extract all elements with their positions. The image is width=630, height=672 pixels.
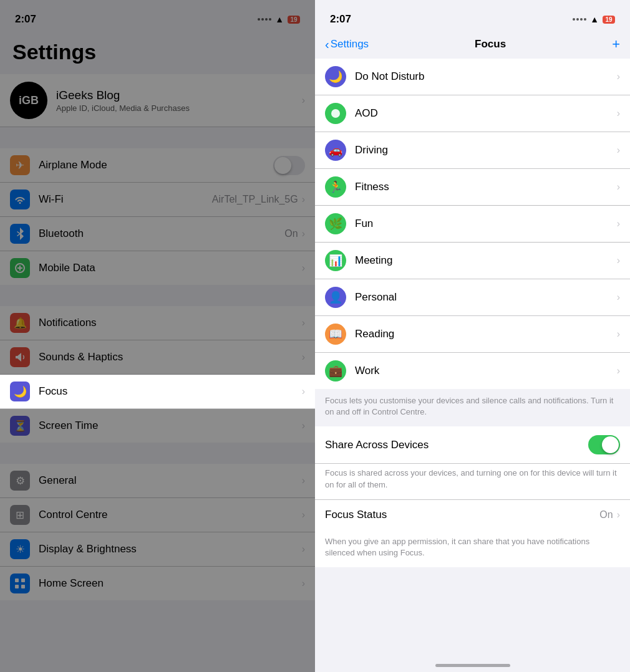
chevron-icon: ›	[302, 95, 305, 106]
settings-row-homescreen[interactable]: Home Screen ›	[0, 567, 315, 600]
settings-row-general[interactable]: ⚙ General ›	[0, 464, 315, 498]
focus-icon: 🌙	[10, 382, 30, 401]
screentime-label: Screen Time	[39, 420, 302, 432]
sounds-icon	[10, 347, 30, 367]
chevron-icon: ›	[302, 544, 305, 555]
chevron-icon: ›	[617, 329, 620, 340]
focus-status-description: When you give an app permission, it can …	[315, 530, 630, 567]
settings-row-bluetooth[interactable]: Bluetooth On ›	[0, 217, 315, 251]
meeting-label: Meeting	[355, 254, 617, 267]
avatar: iGB	[10, 82, 47, 119]
settings-row-control-centre[interactable]: ⊞ Control Centre ›	[0, 498, 315, 532]
svg-rect-3	[15, 585, 19, 588]
wifi-value: AirTel_TP_Link_5G	[212, 194, 298, 205]
chevron-icon: ›	[617, 292, 620, 303]
airplane-icon: ✈	[10, 155, 30, 175]
wifi-icon: ▲	[275, 14, 284, 24]
driving-icon: 🚗	[325, 140, 346, 161]
chevron-icon: ›	[302, 352, 305, 363]
chevron-icon: ›	[617, 181, 620, 193]
focus-row-meeting[interactable]: 📊 Meeting ›	[315, 242, 630, 279]
bluetooth-label: Bluetooth	[39, 228, 284, 240]
chevron-icon: ›	[302, 509, 305, 521]
aod-label: AOD	[355, 107, 617, 120]
settings-row-screentime[interactable]: ⏳ Screen Time ›	[0, 409, 315, 443]
chevron-icon: ›	[617, 71, 620, 82]
profile-info: iGeeks Blog Apple ID, iCloud, Media & Pu…	[56, 89, 302, 113]
airplane-label: Airplane Mode	[39, 159, 273, 171]
driving-label: Driving	[355, 144, 617, 156]
work-icon: 💼	[325, 360, 346, 382]
focus-row-fun[interactable]: 🌿 Fun ›	[315, 206, 630, 242]
left-status-bar: 2:07 ▲ 19	[0, 0, 315, 32]
chevron-icon: ›	[617, 509, 620, 521]
focus-row-do-not-disturb[interactable]: 🌙 Do Not Disturb ›	[315, 59, 630, 95]
profile-row[interactable]: iGB iGeeks Blog Apple ID, iCloud, Media …	[0, 74, 315, 127]
focus-status-value: On	[599, 509, 613, 521]
focus-status-label: Focus Status	[325, 509, 599, 521]
focus-row-reading[interactable]: 📖 Reading ›	[315, 316, 630, 353]
wifi-icon: ▲	[590, 14, 599, 24]
left-settings-screen: 2:07 ▲ 19 Settings iGB iGeeks Blog Apple…	[0, 0, 315, 672]
settings-row-wifi[interactable]: Wi-Fi AirTel_TP_Link_5G ›	[0, 183, 315, 217]
do-not-disturb-icon: 🌙	[325, 66, 346, 87]
focus-row-fitness[interactable]: 🏃 Fitness ›	[315, 169, 630, 206]
left-panel: 2:07 ▲ 19 Settings iGB iGeeks Blog Apple…	[0, 0, 315, 672]
chevron-icon: ›	[617, 145, 620, 156]
bluetooth-icon	[10, 224, 30, 244]
chevron-icon: ›	[302, 228, 305, 239]
back-button[interactable]: ‹ Settings	[325, 37, 369, 52]
settings-row-display[interactable]: ☀ Display & Brightness ›	[0, 532, 315, 567]
battery-badge: 19	[288, 16, 300, 24]
share-devices-row: Share Across Devices	[315, 426, 630, 464]
settings-group-notifications: 🔔 Notifications › Sounds & Haptics › 🌙 F…	[0, 306, 315, 443]
settings-row-airplane[interactable]: ✈ Airplane Mode	[0, 148, 315, 183]
focus-status-section: Focus Status On › When you give an app p…	[315, 500, 630, 567]
fun-label: Fun	[355, 218, 617, 230]
chevron-icon: ›	[302, 194, 305, 205]
focus-row-aod[interactable]: AOD ›	[315, 95, 630, 132]
settings-row-sounds[interactable]: Sounds & Haptics ›	[0, 340, 315, 375]
do-not-disturb-label: Do Not Disturb	[355, 70, 617, 83]
settings-row-notifications[interactable]: 🔔 Notifications ›	[0, 306, 315, 340]
right-status-icons: ▲ 19	[573, 14, 615, 24]
chevron-icon: ›	[617, 108, 620, 119]
svg-rect-4	[21, 585, 25, 588]
share-devices-toggle[interactable]	[588, 435, 620, 454]
wifi-row-icon	[10, 190, 30, 209]
page-title: Settings	[0, 32, 315, 74]
back-label: Settings	[331, 38, 369, 50]
mobile-data-label: Mobile Data	[39, 262, 302, 274]
general-label: General	[39, 474, 302, 487]
nav-title: Focus	[475, 38, 506, 50]
focus-row-work[interactable]: 💼 Work ›	[315, 353, 630, 389]
personal-icon: 👤	[325, 287, 346, 308]
airplane-toggle[interactable]	[273, 156, 305, 175]
work-label: Work	[355, 365, 617, 377]
chevron-icon: ›	[302, 475, 305, 486]
fitness-label: Fitness	[355, 181, 617, 193]
focus-row-driving[interactable]: 🚗 Driving ›	[315, 132, 630, 169]
homescreen-label: Home Screen	[39, 577, 302, 590]
settings-row-mobile-data[interactable]: Mobile Data ›	[0, 251, 315, 285]
back-chevron-icon: ‹	[325, 37, 329, 52]
share-devices-description: Focus is shared across your devices, and…	[315, 464, 630, 499]
settings-row-focus[interactable]: 🌙 Focus ›	[0, 375, 315, 409]
share-devices-label: Share Across Devices	[325, 439, 588, 451]
fitness-icon: 🏃	[325, 176, 346, 198]
fun-icon: 🌿	[325, 213, 346, 234]
display-icon: ☀	[10, 539, 30, 559]
control-centre-icon: ⊞	[10, 505, 30, 525]
chevron-icon: ›	[302, 262, 305, 274]
display-label: Display & Brightness	[39, 543, 302, 555]
chevron-icon: ›	[617, 365, 620, 377]
svg-rect-2	[21, 578, 25, 582]
focus-status-row[interactable]: Focus Status On ›	[315, 500, 630, 530]
add-button[interactable]: +	[612, 36, 620, 52]
chevron-icon: ›	[302, 317, 305, 329]
left-status-icons: ▲ 19	[258, 14, 300, 24]
right-focus-screen: 2:07 ▲ 19 ‹ Settings Focus + 🌙 Do No	[315, 0, 630, 672]
right-panel: 2:07 ▲ 19 ‹ Settings Focus + 🌙 Do No	[315, 0, 630, 672]
focus-row-personal[interactable]: 👤 Personal ›	[315, 279, 630, 316]
focus-list: 🌙 Do Not Disturb › AOD › 🚗 Driving › 🏃	[315, 59, 630, 389]
